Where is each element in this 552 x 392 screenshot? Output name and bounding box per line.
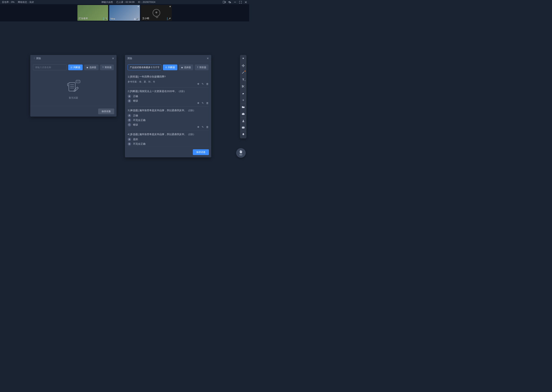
question-option[interactable]: C错误 xyxy=(128,123,209,126)
svg-point-10 xyxy=(242,85,243,86)
svg-point-19 xyxy=(243,120,244,121)
video-close-icon[interactable]: ✕ xyxy=(169,5,171,8)
question-block: 2 [判断题] 我国宪法上一次更新是在2020年。（2分）A正确B错误✥✎🗑 xyxy=(128,87,209,107)
save-quiz-button[interactable]: 保存试卷 xyxy=(98,109,114,114)
move-tool-icon[interactable] xyxy=(241,64,245,68)
choice-icon: ◉ xyxy=(181,66,183,69)
target-icon: ◎ xyxy=(134,18,136,20)
chat-tool-icon[interactable] xyxy=(241,126,245,130)
button-label: 判断题 xyxy=(73,66,80,69)
panel-title: 测验 xyxy=(36,57,41,60)
save-quiz-button[interactable]: 保存试卷 xyxy=(193,149,209,155)
brightness-tool-icon[interactable] xyxy=(241,98,245,102)
empty-text: 暂无试题 xyxy=(69,96,78,99)
empty-illustration-icon xyxy=(66,79,81,94)
delete-icon[interactable]: 🗑 xyxy=(206,83,209,85)
question-actions: ✥✎🗑 xyxy=(197,126,209,128)
move-icon[interactable]: ✥ xyxy=(197,126,199,128)
question-option[interactable]: B不完全正确 xyxy=(128,142,209,146)
hand-icon xyxy=(239,150,243,154)
back-icon[interactable]: 〈 xyxy=(33,57,35,60)
svg-point-8 xyxy=(78,81,78,82)
close-icon[interactable]: ✕ xyxy=(112,57,114,60)
bell-tool-icon[interactable] xyxy=(241,133,245,136)
quiz-name-input[interactable] xyxy=(33,64,67,70)
topbar: 丢包率：0% 网络状态：良好 神秘大自然 已上课：02:34:09 ID：202… xyxy=(0,0,249,4)
option-text: 正确 xyxy=(133,114,138,117)
svg-point-7 xyxy=(77,81,77,82)
svg-point-11 xyxy=(242,86,243,87)
scissors-tool-icon[interactable] xyxy=(241,84,245,88)
mic-icon: 🎤 xyxy=(104,18,107,20)
add-short-answer-button[interactable]: T 简答题 xyxy=(195,64,209,70)
camera-off-icon xyxy=(153,9,160,17)
option-badge: C xyxy=(128,123,131,126)
option-text: 错误 xyxy=(133,99,138,103)
network-status: 网络状态：良好 xyxy=(18,0,34,4)
question-option[interactable]: B不完全正确 xyxy=(128,119,209,122)
edit-icon[interactable]: ✎ xyxy=(202,102,204,105)
question-option[interactable]: A正确 xyxy=(128,95,209,98)
question-title: 1 [简答题] 一年四季分别是哪四季? xyxy=(128,75,209,79)
camera-toggle-icon[interactable] xyxy=(223,0,226,4)
question-block: 3 [单选题] 施华洛世奇是反华品牌，所以梁鼎琪反华。（2分）A正确B不完全正确… xyxy=(128,107,209,131)
delete-icon[interactable]: 🗑 xyxy=(206,126,209,128)
add-judge-button[interactable]: ☑ 判断题 xyxy=(68,64,83,70)
empty-state: 暂无试题 xyxy=(33,73,114,103)
video-tile-student[interactable]: ✕ Nina ◎ 🎤 xyxy=(109,5,140,21)
maximize-icon[interactable] xyxy=(239,0,242,4)
button-label: 判断题 xyxy=(168,66,175,69)
svg-point-9 xyxy=(79,81,79,82)
settings-icon[interactable] xyxy=(228,0,231,4)
drawing-toolbar: T ✎ xyxy=(240,55,247,138)
raise-hand-button[interactable]: 0/2 xyxy=(236,148,246,158)
panel-title: 测验 xyxy=(127,57,132,60)
video-tile-teacher[interactable]: 叮当老师 🎤 xyxy=(77,5,108,21)
user-tool-icon[interactable] xyxy=(241,119,245,123)
judge-icon: ☑ xyxy=(71,66,73,69)
minimize-icon[interactable] xyxy=(233,0,237,4)
video-close-icon[interactable]: ✕ xyxy=(138,5,139,8)
question-actions: ✥✎🗑 xyxy=(197,83,209,85)
text-tool-icon[interactable]: T ✎ xyxy=(241,77,245,81)
question-block: 4 [多选题] 施华洛世奇是反华品牌，所以梁鼎琪反华。（2分）A是的B不完全正确… xyxy=(128,131,209,147)
video-tile-student[interactable]: ✕ 王小明 🎤 xyxy=(141,5,172,21)
close-icon[interactable]: ✕ xyxy=(207,57,209,60)
delete-icon[interactable]: 🗑 xyxy=(206,102,209,105)
choice-icon: ◉ xyxy=(87,66,88,69)
move-icon[interactable]: ✥ xyxy=(197,102,199,105)
svg-point-22 xyxy=(243,127,243,128)
pointer-tool-icon[interactable] xyxy=(241,57,245,61)
svg-rect-0 xyxy=(223,1,225,3)
add-short-answer-button[interactable]: T 简答题 xyxy=(100,64,114,70)
add-choice-button[interactable]: ◉ 选择题 xyxy=(84,64,99,70)
add-judge-button[interactable]: ☑ 判断题 xyxy=(163,64,177,70)
svg-rect-18 xyxy=(243,113,244,113)
edit-icon[interactable]: ✎ xyxy=(202,126,204,128)
option-text: 是的 xyxy=(133,138,138,141)
question-option[interactable]: A是的 xyxy=(128,138,209,141)
text-icon: T xyxy=(102,66,104,69)
option-badge: B xyxy=(128,142,131,146)
eraser-tool-icon[interactable] xyxy=(241,91,245,95)
hand-count: 0/2 xyxy=(240,154,242,156)
quiz-panel-filled: 测验 ✕ ☑ 判断题 ◉ 选择题 T 简答题 1 [简答题] 一年四季分别是哪四 xyxy=(125,55,211,157)
quiz-panel-empty: 〈 测验 ✕ ☑ 判断题 ◉ 选择题 T 简答题 xyxy=(30,55,116,117)
volume-indicator-icon xyxy=(167,17,167,20)
option-badge: B xyxy=(128,119,131,122)
question-answer: 参考答案：春、夏、秋、冬 xyxy=(128,80,209,84)
pen-tool-icon[interactable] xyxy=(241,71,245,74)
quiz-name-input[interactable] xyxy=(128,64,161,70)
folder-tool-icon[interactable] xyxy=(241,105,245,109)
toolbox-tool-icon[interactable] xyxy=(241,112,245,116)
question-block: 1 [简答题] 一年四季分别是哪四季?参考答案：春、夏、秋、冬✥✎🗑 xyxy=(128,73,209,87)
question-option[interactable]: B错误 xyxy=(128,99,209,103)
question-option[interactable]: A正确 xyxy=(128,114,209,117)
add-choice-button[interactable]: ◉ 选择题 xyxy=(179,64,193,70)
option-badge: A xyxy=(128,138,131,141)
close-icon[interactable] xyxy=(244,0,247,4)
edit-icon[interactable]: ✎ xyxy=(202,83,204,85)
move-icon[interactable]: ✥ xyxy=(197,83,199,85)
svg-point-12 xyxy=(243,100,244,101)
question-title: 2 [判断题] 我国宪法上一次更新是在2020年。（2分） xyxy=(128,89,209,93)
